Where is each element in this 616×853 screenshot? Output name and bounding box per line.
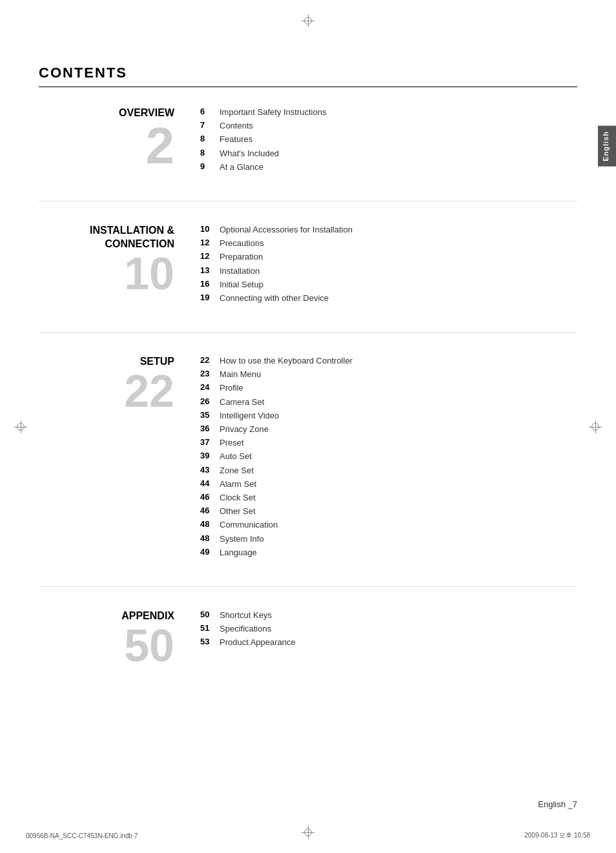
toc-entry: 19Connecting with other Device (200, 293, 577, 304)
toc-entry: 51Specifications (200, 623, 577, 635)
toc-entry-page: 37 (200, 437, 220, 447)
toc-entry-label: Initial Setup (220, 279, 577, 291)
section-divider (39, 332, 577, 333)
toc-entry-page: 19 (200, 293, 220, 302)
toc-entry: 16Initial Setup (200, 279, 577, 291)
footer-page-number: English _7 (538, 799, 577, 809)
bottom-right-text: 2009-08-13 오후 10:58 (524, 831, 590, 840)
toc-entry-page: 8 (200, 148, 220, 158)
toc-entry-label: Optional Accessories for Installation (220, 224, 577, 236)
toc-entry: 24Profile (200, 382, 577, 394)
toc-entry-page: 48 (200, 519, 220, 529)
toc-right-setup: 22How to use the Keyboard Controller23Ma… (194, 355, 577, 560)
toc-entry: 43Zone Set (200, 465, 577, 477)
toc-section-appendix: APPENDIX5050Shortcut Keys51Specification… (39, 610, 577, 666)
crosshair-left (14, 420, 27, 433)
toc-entry: 48System Info (200, 533, 577, 545)
toc-entry-page: 39 (200, 451, 220, 460)
toc-entry-label: Auto Set (220, 451, 577, 462)
toc-section-installation: INSTALLATION &CONNECTION1010Optional Acc… (39, 224, 577, 306)
toc-entry: 46Other Set (200, 506, 577, 517)
main-content: CONTENTS OVERVIEW26Important Safety Inst… (39, 65, 577, 788)
toc-entry-page: 22 (200, 355, 220, 365)
toc-right-overview: 6Important Safety Instructions7Contents8… (194, 107, 577, 175)
toc-entry-label: Preparation (220, 251, 577, 263)
toc-entry-page: 35 (200, 410, 220, 420)
toc-entry-page: 36 (200, 424, 220, 433)
toc-entry-page: 44 (200, 478, 220, 488)
toc-entry: 8What's Included (200, 148, 577, 159)
toc-entry-page: 49 (200, 547, 220, 557)
toc-entry-label: System Info (220, 533, 577, 545)
toc-entry-label: Language (220, 547, 577, 559)
toc-entry-label: What's Included (220, 148, 577, 159)
toc-entry-page: 12 (200, 238, 220, 247)
crosshair-top (302, 14, 314, 27)
toc-entry: 44Alarm Set (200, 478, 577, 490)
toc-entry-label: Other Set (220, 506, 577, 517)
toc-entry-label: How to use the Keyboard Controller (220, 355, 577, 367)
toc-entry-label: Connecting with other Device (220, 293, 577, 304)
page-title: CONTENTS (39, 65, 577, 87)
toc-entry-page: 46 (200, 506, 220, 515)
toc-entry-label: Clock Set (220, 492, 577, 504)
toc-entry-page: 6 (200, 107, 220, 116)
language-tab: English (598, 126, 616, 167)
toc-entry-page: 50 (200, 610, 220, 619)
toc-entry: 7Contents (200, 120, 577, 132)
bottom-left-text: 00956B-NA_SCC-C7453N-ENG.indb 7 (26, 832, 138, 839)
toc-entry-page: 43 (200, 465, 220, 475)
toc-section-overview: OVERVIEW26Important Safety Instructions7… (39, 107, 577, 175)
toc-entry: 53Product Appearance (200, 637, 577, 648)
toc-entry-page: 48 (200, 533, 220, 543)
bottom-bar: 00956B-NA_SCC-C7453N-ENG.indb 7 2009-08-… (26, 831, 590, 840)
toc-entry: 50Shortcut Keys (200, 610, 577, 621)
toc-entry-label: Privacy Zone (220, 424, 577, 435)
toc-entry: 46Clock Set (200, 492, 577, 504)
toc-entry-label: Contents (220, 120, 577, 132)
toc-entry-label: Specifications (220, 623, 577, 635)
toc-entry-page: 7 (200, 120, 220, 130)
toc-entry-page: 23 (200, 369, 220, 378)
toc-entry-label: Communication (220, 519, 577, 531)
toc-entry: 26Camera Set (200, 396, 577, 408)
toc-entry-label: Important Safety Instructions (220, 107, 577, 118)
section-number-appendix: 50 (39, 626, 174, 666)
toc-section-setup: SETUP2222How to use the Keyboard Control… (39, 355, 577, 560)
toc-right-appendix: 50Shortcut Keys51Specifications53Product… (194, 610, 577, 651)
toc-entry: 39Auto Set (200, 451, 577, 462)
toc-entry-label: Main Menu (220, 369, 577, 380)
section-divider (39, 201, 577, 201)
toc-left-installation: INSTALLATION &CONNECTION10 (39, 224, 194, 294)
toc-entry: 37Preset (200, 437, 577, 449)
crosshair-right (589, 420, 602, 433)
toc-entry: 35Intelligent Video (200, 410, 577, 422)
toc-entry-page: 13 (200, 265, 220, 275)
toc-entry-label: Shortcut Keys (220, 610, 577, 621)
toc-entry: 10Optional Accessories for Installation (200, 224, 577, 236)
toc-entry-label: Intelligent Video (220, 410, 577, 422)
section-number-setup: 22 (39, 371, 174, 412)
toc-entry-label: Features (220, 134, 577, 145)
toc-entry-page: 8 (200, 134, 220, 143)
toc-entry-page: 26 (200, 396, 220, 406)
toc-left-overview: OVERVIEW2 (39, 107, 194, 169)
toc-entry-label: Profile (220, 382, 577, 394)
toc-entry: 49Language (200, 547, 577, 559)
toc-entry-label: Alarm Set (220, 478, 577, 490)
toc-entry-page: 12 (200, 251, 220, 261)
section-number-installation: 10 (39, 254, 174, 294)
toc-entry: 13Installation (200, 265, 577, 277)
toc-entry-label: Camera Set (220, 396, 577, 408)
toc-entry: 48Communication (200, 519, 577, 531)
toc-entry-label: Preset (220, 437, 577, 449)
toc-entry-page: 9 (200, 161, 220, 171)
section-divider (39, 586, 577, 587)
toc-entry-label: Product Appearance (220, 637, 577, 648)
toc-entry-page: 10 (200, 224, 220, 234)
toc-left-appendix: APPENDIX50 (39, 610, 194, 666)
toc-entry: 6Important Safety Instructions (200, 107, 577, 118)
toc-entry-page: 53 (200, 637, 220, 646)
section-number-overview: 2 (39, 123, 174, 169)
toc-entry: 22How to use the Keyboard Controller (200, 355, 577, 367)
